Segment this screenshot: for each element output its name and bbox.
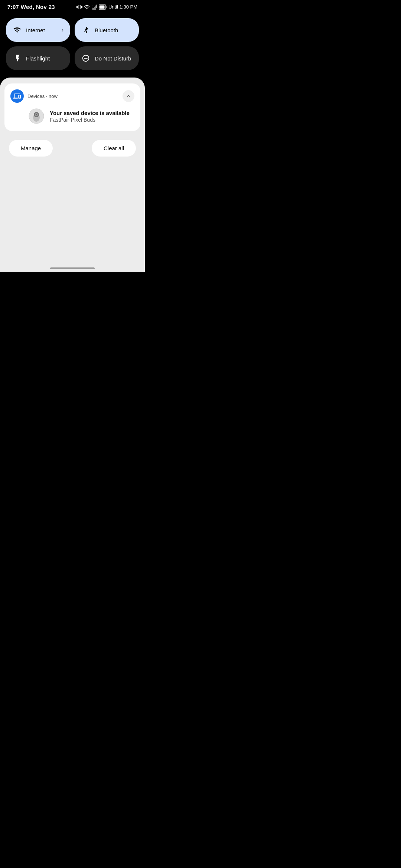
devices-app-icon [10, 89, 24, 103]
status-bar: 7:07 Wed, Nov 23 Until 1:30 PM [0, 0, 145, 12]
flashlight-label: Flashlight [26, 55, 63, 62]
home-indicator-bar [50, 267, 95, 269]
notif-header-left: Devices · now [10, 89, 58, 103]
manage-button[interactable]: Manage [9, 140, 53, 157]
bluetooth-tile[interactable]: Bluetooth [75, 18, 139, 42]
notif-expand-button[interactable] [123, 90, 134, 102]
dnd-icon [81, 54, 90, 63]
notif-text: Your saved device is available FastPair-… [50, 110, 130, 123]
signal-icon [91, 4, 97, 10]
vibrate-icon [76, 4, 82, 10]
chevron-right-icon: › [62, 27, 63, 33]
notif-app-name: Devices · now [27, 93, 58, 99]
clear-all-button[interactable]: Clear all [92, 140, 136, 157]
quick-settings: Internet › Bluetooth Flashlight [0, 12, 145, 78]
status-time: 7:07 Wed, Nov 23 [7, 4, 55, 10]
pixel-buds-icon [27, 107, 45, 125]
flashlight-tile[interactable]: Flashlight [6, 46, 70, 70]
notification-card: Devices · now [4, 83, 140, 131]
notif-title: Your saved device is available [50, 110, 130, 116]
wifi-icon [13, 26, 22, 34]
notif-content: Your saved device is available FastPair-… [10, 107, 134, 125]
battery-text: Until 1:30 PM [108, 4, 137, 10]
notification-panel: Devices · now [0, 78, 145, 263]
status-icons: Until 1:30 PM [76, 4, 137, 10]
internet-tile[interactable]: Internet › [6, 18, 70, 42]
svg-rect-1 [99, 5, 104, 9]
notif-subtitle: FastPair-Pixel Buds [50, 117, 130, 123]
dnd-label: Do Not Disturb [95, 55, 132, 62]
bluetooth-icon [81, 26, 90, 34]
internet-label: Internet [26, 27, 57, 33]
wifi-status-icon [84, 4, 90, 10]
home-indicator-area [0, 263, 145, 272]
bottom-actions: Manage Clear all [4, 134, 140, 164]
svg-point-6 [36, 114, 37, 115]
bluetooth-label: Bluetooth [95, 27, 132, 33]
dnd-tile[interactable]: Do Not Disturb [75, 46, 139, 70]
flashlight-icon [13, 54, 22, 63]
battery-icon [99, 4, 107, 10]
notif-header: Devices · now [10, 89, 134, 103]
qs-grid: Internet › Bluetooth Flashlight [6, 18, 139, 70]
